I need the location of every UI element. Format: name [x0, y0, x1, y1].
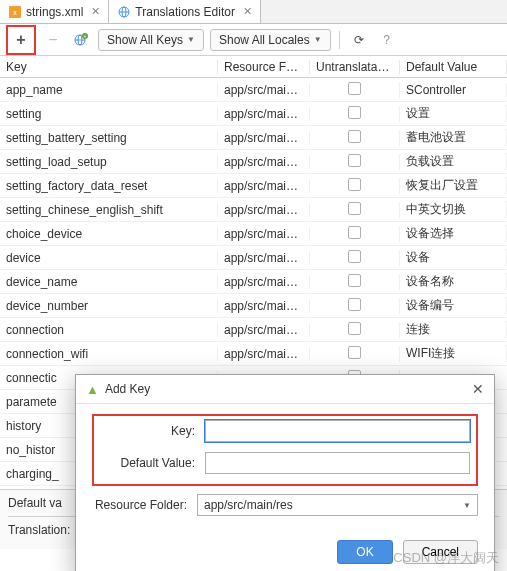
chevron-down-icon: ▼ [314, 35, 322, 44]
cell-resource-folder: app/src/main/res [218, 179, 310, 193]
checkbox[interactable] [348, 154, 361, 167]
highlight-inputs: Key: Default Value: [92, 414, 478, 486]
resource-folder-select[interactable]: app/src/main/res ▼ [197, 494, 478, 516]
help-button[interactable]: ? [376, 29, 398, 51]
editor-tabs: x strings.xml ✕ Translations Editor ✕ [0, 0, 507, 24]
checkbox[interactable] [348, 322, 361, 335]
column-resource-folder[interactable]: Resource Folder [218, 60, 310, 74]
key-label: Key: [100, 424, 205, 438]
checkbox[interactable] [348, 274, 361, 287]
table-row[interactable]: deviceapp/src/main/res设备 [0, 246, 507, 270]
cell-untranslatable[interactable] [310, 202, 400, 218]
table-row[interactable]: setting_factory_data_resetapp/src/main/r… [0, 174, 507, 198]
tab-label: Translations Editor [135, 5, 235, 19]
highlight-add-button: + [6, 25, 36, 55]
cell-key: choice_device [0, 227, 218, 241]
key-input[interactable] [205, 420, 470, 442]
default-value-input[interactable] [205, 452, 470, 474]
cell-resource-folder: app/src/main/res [218, 251, 310, 265]
cell-untranslatable[interactable] [310, 106, 400, 122]
cell-untranslatable[interactable] [310, 178, 400, 194]
cell-key: setting_factory_data_reset [0, 179, 218, 193]
cell-untranslatable[interactable] [310, 298, 400, 314]
locales-filter-dropdown[interactable]: Show All Locales ▼ [210, 29, 331, 51]
cell-default-value: 恢复出厂设置 [400, 177, 507, 194]
svg-text:+: + [84, 33, 87, 39]
cell-default-value: 设置 [400, 105, 507, 122]
column-default-value[interactable]: Default Value [400, 60, 507, 74]
table-row[interactable]: app_nameapp/src/main/resSController [0, 78, 507, 102]
cell-key: app_name [0, 83, 218, 97]
cell-resource-folder: app/src/main/res [218, 227, 310, 241]
checkbox[interactable] [348, 82, 361, 95]
table-row[interactable]: setting_load_setupapp/src/main/res负载设置 [0, 150, 507, 174]
cell-default-value: 负载设置 [400, 153, 507, 170]
cell-resource-folder: app/src/main/res [218, 131, 310, 145]
cell-resource-folder: app/src/main/res [218, 323, 310, 337]
checkbox[interactable] [348, 202, 361, 215]
checkbox[interactable] [348, 298, 361, 311]
keys-filter-dropdown[interactable]: Show All Keys ▼ [98, 29, 204, 51]
dialog-title: Add Key [105, 382, 150, 396]
add-key-button[interactable]: + [10, 29, 32, 51]
checkbox[interactable] [348, 178, 361, 191]
table-row[interactable]: device_numberapp/src/main/res设备编号 [0, 294, 507, 318]
checkbox[interactable] [348, 130, 361, 143]
cell-resource-folder: app/src/main/res [218, 203, 310, 217]
table-row[interactable]: setting_battery_settingapp/src/main/res蓄… [0, 126, 507, 150]
column-untranslatable[interactable]: Untranslatable [310, 60, 400, 74]
cell-key: setting_chinese_english_shift [0, 203, 218, 217]
globe-icon [117, 5, 131, 19]
cell-untranslatable[interactable] [310, 82, 400, 98]
cell-untranslatable[interactable] [310, 346, 400, 362]
checkbox[interactable] [348, 250, 361, 263]
tab-translations-editor[interactable]: Translations Editor ✕ [109, 0, 261, 23]
cell-default-value: 蓄电池设置 [400, 129, 507, 146]
xml-file-icon: x [8, 5, 22, 19]
checkbox[interactable] [348, 106, 361, 119]
reload-button[interactable]: ⟳ [348, 29, 370, 51]
add-locale-button[interactable]: + [70, 29, 92, 51]
cell-resource-folder: app/src/main/res [218, 107, 310, 121]
cell-key: connection [0, 323, 218, 337]
cell-untranslatable[interactable] [310, 274, 400, 290]
close-icon[interactable]: ✕ [239, 5, 252, 18]
cell-default-value: 连接 [400, 321, 507, 338]
cell-default-value: 设备 [400, 249, 507, 266]
close-icon[interactable]: ✕ [87, 5, 100, 18]
column-key[interactable]: Key [0, 60, 218, 74]
cell-untranslatable[interactable] [310, 130, 400, 146]
default-value-label: Default Value: [100, 456, 205, 470]
cell-untranslatable[interactable] [310, 250, 400, 266]
checkbox[interactable] [348, 346, 361, 359]
close-icon[interactable]: ✕ [472, 381, 484, 397]
dropdown-label: Show All Keys [107, 33, 183, 47]
cell-resource-folder: app/src/main/res [218, 347, 310, 361]
cell-default-value: 设备选择 [400, 225, 507, 242]
table-header: Key Resource Folder Untranslatable Defau… [0, 56, 507, 78]
table-row[interactable]: device_nameapp/src/main/res设备名称 [0, 270, 507, 294]
checkbox[interactable] [348, 226, 361, 239]
chevron-down-icon: ▼ [187, 35, 195, 44]
cell-untranslatable[interactable] [310, 226, 400, 242]
android-icon: ▲ [86, 382, 99, 397]
ok-button[interactable]: OK [337, 540, 392, 564]
cell-key: setting [0, 107, 218, 121]
table-row[interactable]: choice_deviceapp/src/main/res设备选择 [0, 222, 507, 246]
cell-key: setting_load_setup [0, 155, 218, 169]
remove-key-button[interactable]: − [42, 29, 64, 51]
cell-default-value: 设备编号 [400, 297, 507, 314]
cell-untranslatable[interactable] [310, 154, 400, 170]
cell-untranslatable[interactable] [310, 322, 400, 338]
table-row[interactable]: connectionapp/src/main/res连接 [0, 318, 507, 342]
table-row[interactable]: connection_wifiapp/src/main/resWIFI连接 [0, 342, 507, 366]
table-row[interactable]: setting_chinese_english_shiftapp/src/mai… [0, 198, 507, 222]
cell-resource-folder: app/src/main/res [218, 155, 310, 169]
tab-strings-xml[interactable]: x strings.xml ✕ [0, 0, 109, 23]
dropdown-label: Show All Locales [219, 33, 310, 47]
toolbar: + − + Show All Keys ▼ Show All Locales ▼… [0, 24, 507, 56]
svg-text:x: x [13, 9, 17, 16]
cell-default-value: 中英文切换 [400, 201, 507, 218]
table-row[interactable]: settingapp/src/main/res设置 [0, 102, 507, 126]
tab-label: strings.xml [26, 5, 83, 19]
